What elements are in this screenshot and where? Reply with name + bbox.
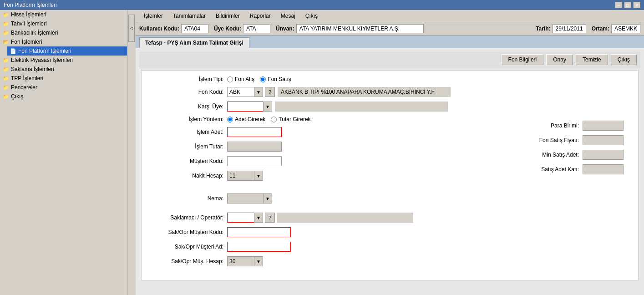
adet-girerek-text: Adet Girerek [235, 116, 265, 122]
sak-opr-mus-hesap-label: Sak/Opr Müş. Hesap: [151, 258, 223, 264]
karsi-uye-row: Karşı Üye: ▼ [151, 102, 629, 112]
close-button[interactable]: ✕ [633, 2, 640, 8]
fon-satis-radio-label[interactable]: Fon Satış [260, 76, 291, 82]
fon-kodu-help-button[interactable]: ? [265, 87, 275, 97]
sidebar-item-hisse[interactable]: 📁 Hisse İşlemleri [0, 10, 127, 19]
fon-kodu-row: Fon Kodu: ▼ ? AKBANK B TİPİ %100 ANAPARA… [151, 87, 629, 97]
sidebar-item-cikis[interactable]: 📁 Çıkış [0, 92, 127, 101]
sidebar-collapse-button[interactable]: < [128, 15, 135, 42]
cikis-button[interactable]: Çıkış [611, 54, 637, 65]
sak-opr-musteri-kodu-row: Sak/Opr Müşteri Kodu: [151, 227, 520, 237]
tutar-girerek-label[interactable]: Tutar Girerek [271, 116, 310, 122]
islem-adet-input[interactable] [227, 127, 282, 137]
maximize-button[interactable]: □ [624, 2, 631, 8]
sak-opr-mus-hesap-input[interactable] [227, 256, 254, 266]
sak-opr-musteri-ad-input[interactable] [227, 242, 291, 252]
nakit-hesap-dropdown[interactable]: ▼ [254, 171, 263, 181]
spacer1 [151, 185, 520, 193]
satis-adet-kati-input[interactable] [583, 164, 624, 174]
sidebar-wrapper: 📁 Hisse İşlemleri 📁 Tahvil İşlemleri 📁 B… [0, 10, 136, 295]
sak-opr-mus-hesap-dropdown[interactable]: ▼ [254, 256, 263, 266]
karsi-uye-container: ▼ [227, 102, 448, 112]
sak-opr-mus-hesap-row: Sak/Opr Müş. Hesap: ▼ [151, 256, 520, 266]
title-bar-controls: ─ □ ✕ [615, 2, 640, 8]
sidebar-item-saklama[interactable]: 📁 Saklama İşlemleri [0, 65, 127, 74]
menu-item-raporlar[interactable]: Raporlar [245, 11, 275, 20]
folder-icon: 📁 [3, 30, 9, 36]
sidebar-item-fon-platform[interactable]: 📄 Fon Platform İşlemleri [7, 46, 127, 56]
tab-tefasp[interactable]: Tefasp - PYŞ Alım Satım Talimat Girişi [139, 37, 249, 48]
adet-girerek-radio[interactable] [227, 117, 233, 122]
nema-container: ▼ [227, 193, 272, 203]
tarih-value: 29/11/2011 [553, 24, 586, 33]
menu-item-cikis[interactable]: Çıkış [301, 11, 322, 20]
satis-adet-kati-label: Satış Adet Katı: [520, 166, 579, 173]
adet-girerek-label[interactable]: Adet Girerek [227, 116, 265, 122]
para-birimi-input[interactable] [583, 121, 624, 131]
tab-label: Tefasp - PYŞ Alım Satım Talimat Girişi [145, 40, 243, 46]
nema-row: Nema: ▼ [151, 193, 520, 203]
sidebar-item-tahvil[interactable]: 📁 Tahvil İşlemleri [0, 19, 127, 28]
saklama-desc [277, 213, 413, 223]
kullanici-field: Kullanıcı Kodu: ATA04 [139, 24, 208, 33]
unvan-value: ATA YATIRIM MENKUL KIYMETLER A.Ş. [296, 24, 424, 33]
sidebar-item-elektrik[interactable]: 📁 Elektrik Piyasası İşlemleri [0, 56, 127, 65]
para-birimi-row: Para Birimi: [520, 121, 629, 131]
sak-opr-musteri-ad-label: Sak/Opr Müşteri Ad: [151, 244, 223, 250]
sak-opr-mus-hesap-container: ▼ [227, 256, 263, 266]
left-col: İşlem Yöntem: Adet Girerek Tutar Girerek [151, 116, 520, 271]
islem-tutar-input[interactable] [227, 142, 282, 152]
sidebar-item-bankacilik[interactable]: 📁 Bankacılık İşlemleri [0, 28, 127, 37]
onay-button[interactable]: Onay [546, 54, 573, 65]
tarih-field: Tarih: 29/11/2011 [536, 24, 586, 33]
fon-kodu-input[interactable] [227, 87, 254, 97]
fon-kodu-dropdown[interactable]: ▼ [254, 87, 263, 97]
saklama-help-button[interactable]: ? [265, 213, 275, 223]
ortam-value: ASEMKK [611, 24, 640, 33]
tutar-girerek-text: Tutar Girerek [279, 116, 310, 122]
sidebar-item-label: Çıkış [11, 93, 23, 100]
nema-dropdown[interactable]: ▼ [263, 193, 272, 203]
min-satis-adet-input[interactable] [583, 150, 624, 160]
spacer2 [151, 208, 520, 213]
sidebar-item-label: TPP İşlemleri [11, 75, 43, 81]
tarih-label: Tarih: [536, 25, 550, 32]
musteri-kodu-label: Müşteri Kodu: [151, 158, 223, 164]
fon-satis-fiyati-input[interactable] [583, 135, 624, 145]
nema-label: Nema: [151, 195, 223, 202]
sidebar-item-tpp[interactable]: 📁 TPP İşlemleri [0, 74, 127, 83]
menu-item-mesaj[interactable]: Mesaj [276, 11, 300, 20]
sidebar-item-label: Tahvil İşlemleri [11, 20, 47, 27]
fon-alis-radio[interactable] [227, 76, 233, 82]
uye-field: Üye Kodu: ATA [214, 24, 270, 33]
menu-item-bildirimler[interactable]: Bildirimler [211, 11, 244, 20]
sidebar-item-fon[interactable]: 📂 Fon İşlemleri [0, 37, 127, 46]
sak-opr-musteri-kodu-input[interactable] [227, 227, 291, 237]
islem-yontem-label: İşlem Yöntem: [151, 116, 223, 122]
karsi-uye-dropdown[interactable]: ▼ [263, 102, 272, 112]
folder-icon: 📁 [3, 66, 9, 72]
menu-item-tanimlamalar[interactable]: Tanımlamalar [168, 11, 210, 20]
saklama-input[interactable] [227, 213, 254, 223]
fon-satis-radio[interactable] [260, 76, 266, 82]
fon-kodu-desc: AKBANK B TİPİ %100 ANAPARA KORUMA AMAÇ.B… [278, 87, 451, 97]
islem-tutar-row: İşlem Tutar: [151, 142, 520, 152]
fon-bilgileri-button[interactable]: Fon Bilgileri [502, 54, 544, 65]
sidebar-item-pencereler[interactable]: 📁 Pencereler [0, 83, 127, 92]
minimize-button[interactable]: ─ [615, 2, 622, 8]
menu-item-islemler[interactable]: İşlemler [139, 11, 167, 20]
info-bar: Kullanıcı Kodu: ATA04 Üye Kodu: ATA Ünva… [136, 22, 644, 36]
main-layout: 📁 Hisse İşlemleri 📁 Tahvil İşlemleri 📁 B… [0, 10, 644, 295]
tutar-girerek-radio[interactable] [271, 117, 277, 122]
fon-kodu-label: Fon Kodu: [151, 89, 223, 95]
fon-alis-radio-label[interactable]: Fon Alış [227, 76, 254, 82]
nakit-hesap-container: ▼ [227, 171, 263, 181]
islem-adet-label: İşlem Adet: [151, 129, 223, 135]
folder-open-icon: 📂 [3, 39, 9, 45]
nakit-hesap-input[interactable] [227, 171, 254, 181]
karsi-uye-input[interactable] [227, 102, 264, 112]
musteri-kodu-input[interactable] [227, 156, 282, 166]
temizle-button[interactable]: Temizle [576, 54, 608, 65]
saklama-dropdown[interactable]: ▼ [254, 213, 263, 223]
nema-input[interactable] [227, 193, 264, 203]
